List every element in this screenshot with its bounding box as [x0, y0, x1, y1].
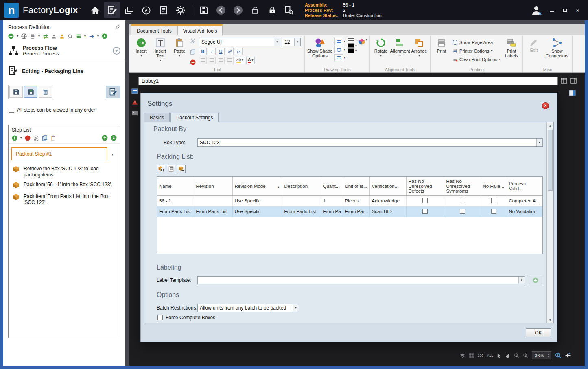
- highlight-color-button[interactable]: ab▾: [235, 57, 245, 64]
- package-icon[interactable]: [76, 33, 81, 39]
- document-name-input[interactable]: Libbey1: [138, 77, 558, 85]
- add-step-icon[interactable]: [12, 135, 17, 141]
- selected-step-row[interactable]: Packout Step #1 ▾: [11, 147, 118, 160]
- process-flow-header[interactable]: Process Flow Generic Process ▼: [3, 42, 125, 61]
- reports-icon[interactable]: [155, 2, 172, 18]
- dropdown-arrow-icon[interactable]: ▾: [355, 49, 357, 53]
- scroll-up-icon[interactable]: ▲: [547, 122, 553, 129]
- add-label-template-button[interactable]: [529, 276, 542, 284]
- column-header[interactable]: Verification...: [369, 177, 406, 195]
- no-failed-checkbox[interactable]: [491, 198, 496, 203]
- defects-checkbox[interactable]: [422, 209, 428, 214]
- clear-print-options-button[interactable]: Clear Print Options ▾: [452, 56, 501, 63]
- dropdown-arrow-icon[interactable]: ▾: [293, 304, 299, 312]
- zoom-down-icon[interactable]: ▼: [546, 356, 551, 358]
- dropdown-arrow-icon[interactable]: ▾: [499, 58, 501, 61]
- dropdown-arrow-icon[interactable]: ▾: [97, 35, 99, 38]
- packing-list-table[interactable]: Name Revision ▲Revision Mode Description…: [157, 176, 543, 254]
- dropdown-arrow-icon[interactable]: ▾: [518, 277, 525, 284]
- defects-checkbox[interactable]: [422, 198, 428, 203]
- dialog-scrollbar[interactable]: ▲ ▼: [546, 122, 553, 323]
- column-header[interactable]: Quant...: [321, 177, 343, 195]
- maximize-button[interactable]: [559, 4, 571, 16]
- dropdown-arrow-icon[interactable]: ▾: [242, 59, 243, 62]
- unlock-icon[interactable]: [247, 2, 263, 18]
- layers-status-icon[interactable]: [460, 353, 465, 358]
- list-item[interactable]: Retrieve the Box 'SCC 123' to load packi…: [9, 163, 120, 179]
- print-button[interactable]: Print: [433, 37, 450, 66]
- approver-icon[interactable]: [59, 34, 65, 39]
- cut-icon[interactable]: [190, 38, 196, 44]
- cube-3d-icon[interactable]: [358, 38, 365, 45]
- selected-step[interactable]: Packout Step #1: [11, 147, 107, 160]
- fill-color-button[interactable]: [348, 48, 354, 53]
- align-left-button[interactable]: [199, 57, 207, 64]
- list-item[interactable]: Pack item 'From Parts List' into the Box…: [9, 191, 120, 206]
- tab-document-tools[interactable]: Document Tools: [131, 26, 177, 35]
- line-style-button[interactable]: [348, 38, 354, 42]
- globe-icon[interactable]: [21, 33, 27, 39]
- tab-visual-aid-tools[interactable]: Visual Aid Tools: [177, 26, 223, 35]
- close-window-button[interactable]: ×: [572, 4, 584, 16]
- tab-packout-settings[interactable]: Packout Settings: [170, 113, 219, 122]
- dropdown-arrow-icon[interactable]: ▾: [251, 59, 253, 62]
- column-header[interactable]: Process Valid...: [507, 177, 543, 195]
- list-item[interactable]: Pack item '56 - 1' into the Box 'SCC 123…: [9, 179, 120, 191]
- step-expand-chevron-icon[interactable]: ▾: [111, 152, 114, 156]
- delete-process-button[interactable]: [39, 86, 52, 98]
- dropdown-arrow-icon[interactable]: ▾: [344, 40, 345, 43]
- home-icon[interactable]: [87, 2, 103, 18]
- font-size-select[interactable]: 12▾: [282, 38, 301, 46]
- line-color-button[interactable]: [348, 43, 354, 48]
- cut-step-icon[interactable]: [33, 135, 39, 141]
- alignment-button[interactable]: Alignment ▾: [391, 37, 409, 66]
- align-justify-button[interactable]: [226, 57, 234, 64]
- publish-icon[interactable]: [89, 33, 94, 39]
- add-icon[interactable]: [8, 33, 14, 39]
- back-icon[interactable]: [213, 2, 229, 18]
- copy-icon[interactable]: [190, 49, 196, 55]
- show-page-area-toggle[interactable]: Show Page Area: [452, 39, 501, 46]
- symptoms-checkbox[interactable]: [460, 198, 465, 203]
- zoom-spinner[interactable]: ▲▼: [546, 352, 551, 359]
- zoom-fit-icon[interactable]: [555, 352, 561, 358]
- grid-status-icon[interactable]: [469, 353, 474, 358]
- collapse-chevron-icon[interactable]: ▼: [113, 47, 120, 55]
- zoom-up-icon[interactable]: ▲: [546, 353, 551, 356]
- lock-icon[interactable]: [264, 2, 280, 18]
- insert-button[interactable]: Insert ▾: [132, 37, 150, 66]
- dropdown-arrow-icon[interactable]: ▾: [355, 44, 357, 47]
- dropdown-arrow-icon[interactable]: ▾: [17, 35, 18, 38]
- show-connectors-button[interactable]: Show Connectors: [544, 37, 570, 66]
- edit-button[interactable]: Edit: [525, 37, 543, 66]
- move-step-down-icon[interactable]: [111, 135, 117, 141]
- subscript-button[interactable]: x₂: [235, 48, 243, 55]
- settings-gear-icon[interactable]: [173, 2, 189, 18]
- collapse-panel-icon[interactable]: [569, 90, 576, 98]
- dropdown-arrow-icon[interactable]: ▾: [344, 48, 345, 51]
- table-row[interactable]: 56 - 1 Use Specific 1 Pieces Acknowledge: [157, 195, 543, 206]
- part-details-button[interactable]: [167, 165, 175, 173]
- font-family-select[interactable]: Segoe UI▾: [199, 38, 280, 46]
- rounded-shape-button[interactable]: [334, 54, 343, 62]
- remove-icon[interactable]: [190, 59, 196, 65]
- pin-icon[interactable]: [115, 24, 120, 30]
- column-header[interactable]: Revision: [194, 177, 232, 195]
- show-shape-options-button[interactable]: Show Shape Options: [307, 37, 333, 66]
- image-tool-icon[interactable]: [131, 110, 138, 116]
- rectangle-shape-button[interactable]: [334, 38, 343, 45]
- tab-basics[interactable]: Basics: [144, 113, 170, 122]
- ok-button[interactable]: OK: [526, 328, 551, 337]
- minimize-button[interactable]: [546, 4, 558, 16]
- zoom-out-icon[interactable]: [514, 353, 519, 358]
- underline-button[interactable]: U: [217, 48, 225, 55]
- column-header[interactable]: Has No Unresolved Defects: [406, 177, 444, 195]
- zoom-100-label[interactable]: 100: [478, 354, 483, 358]
- box-type-select[interactable]: SCC 123▾: [197, 138, 543, 147]
- column-header[interactable]: ▲Revision Mode: [232, 177, 282, 195]
- rotate-button[interactable]: Rotate ▾: [372, 37, 390, 66]
- font-color-button[interactable]: A▾: [246, 57, 255, 64]
- pan-tool-icon[interactable]: [505, 353, 510, 358]
- copy-step-icon[interactable]: [42, 135, 48, 141]
- arrange-button[interactable]: Arrange ▾: [410, 37, 428, 66]
